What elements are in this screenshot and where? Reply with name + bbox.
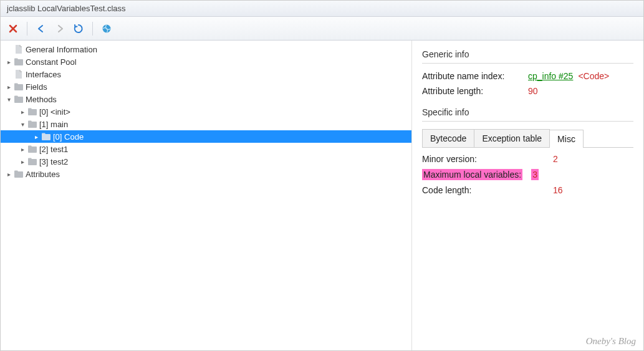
tree-item-label: [0] <init> xyxy=(39,107,70,117)
tree-item-label: [0] Code xyxy=(53,132,84,142)
divider xyxy=(422,121,633,122)
tree-item-label: Methods xyxy=(26,95,57,104)
tree-constant-pool[interactable]: ▸Constant Pool xyxy=(1,55,411,68)
tree-interfaces[interactable]: ▸Interfaces xyxy=(1,68,411,80)
max-local-vars-value: 3 xyxy=(531,169,539,180)
refresh-icon xyxy=(73,23,84,34)
generic-info-title: Generic info xyxy=(422,49,633,59)
tree-methods[interactable]: ▾Methods xyxy=(1,93,411,105)
chevron-right-icon[interactable]: ▸ xyxy=(32,133,41,140)
attr-name-link[interactable]: cp_info #25 xyxy=(528,71,573,81)
tree-panel[interactable]: ▸General Information▸Constant Pool▸Inter… xyxy=(1,41,412,350)
tree-item-label: Constant Pool xyxy=(26,57,77,67)
close-icon xyxy=(8,24,18,34)
attr-length-label: Attribute length: xyxy=(422,86,528,96)
tab-misc[interactable]: Misc xyxy=(549,130,584,148)
folder-icon xyxy=(13,57,24,66)
specific-info-title: Specific info xyxy=(422,107,633,117)
folder-icon xyxy=(27,157,38,166)
globe-icon xyxy=(102,24,112,34)
tab-exception-table[interactable]: Exception table xyxy=(474,129,550,147)
tree-general-information[interactable]: ▸General Information xyxy=(1,43,411,55)
folder-icon xyxy=(13,95,24,103)
folder-icon xyxy=(13,82,24,91)
attr-name-tag: <Code> xyxy=(578,71,609,81)
back-button[interactable] xyxy=(34,21,49,36)
folder-icon xyxy=(13,170,24,178)
chevron-right-icon[interactable]: ▸ xyxy=(18,108,27,115)
chevron-right-icon[interactable]: ▸ xyxy=(4,84,13,90)
detail-panel: Generic info Attribute name index: cp_in… xyxy=(412,41,643,350)
chevron-right-icon[interactable]: ▸ xyxy=(4,59,13,65)
attr-name-row: Attribute name index: cp_info #25 <Code> xyxy=(422,71,633,81)
chevron-right-icon[interactable]: ▸ xyxy=(4,171,13,178)
tree-method-1-main-code[interactable]: ▸[0] Code xyxy=(1,130,411,143)
divider xyxy=(422,63,633,64)
folder-icon xyxy=(27,145,38,153)
attr-length-value: 90 xyxy=(528,86,538,96)
folder-icon xyxy=(27,120,38,128)
file-icon xyxy=(13,44,24,54)
minor-version-value: 2 xyxy=(553,154,558,164)
tree-method-3-test2[interactable]: ▸[3] test2 xyxy=(1,155,411,168)
tab-bytecode[interactable]: Bytecode xyxy=(422,129,474,147)
tree-fields[interactable]: ▸Fields xyxy=(1,80,411,93)
tree-item-label: General Information xyxy=(26,45,97,54)
max-local-vars-label: Maximum local variables: xyxy=(422,169,522,180)
tree-method-2-test1[interactable]: ▸[2] test1 xyxy=(1,143,411,155)
tree-item-label: [1] main xyxy=(39,120,68,129)
refresh-button[interactable] xyxy=(71,21,86,36)
toolbar xyxy=(1,17,643,41)
tree-attributes[interactable]: ▸Attributes xyxy=(1,168,411,180)
minor-version-row: Minor version: 2 xyxy=(422,154,633,164)
file-icon xyxy=(13,69,24,79)
toolbar-separator xyxy=(92,22,93,36)
tree-item-label: Interfaces xyxy=(26,70,61,79)
splitter-grip[interactable] xyxy=(412,196,413,221)
attr-name-label: Attribute name index: xyxy=(422,71,528,81)
window-title: jclasslib LocalVariablesTest.class xyxy=(7,4,126,13)
code-length-value: 16 xyxy=(553,185,563,195)
max-local-vars-row: Maximum local variables: 3 xyxy=(422,169,633,180)
forward-button[interactable] xyxy=(52,21,67,36)
code-length-label: Code length: xyxy=(422,185,553,195)
tree-item-label: [3] test2 xyxy=(39,157,68,166)
code-length-row: Code length: 16 xyxy=(422,185,633,195)
globe-button[interactable] xyxy=(99,21,114,36)
chevron-down-icon[interactable]: ▾ xyxy=(18,121,27,128)
minor-version-label: Minor version: xyxy=(422,154,553,164)
chevron-right-icon[interactable]: ▸ xyxy=(18,158,27,165)
chevron-right-icon[interactable]: ▸ xyxy=(18,146,27,153)
tree-item-label: [2] test1 xyxy=(39,145,68,154)
toolbar-separator xyxy=(27,22,27,36)
folder-icon xyxy=(41,132,52,141)
tabs: Bytecode Exception table Misc xyxy=(422,129,633,148)
tree-item-label: Fields xyxy=(26,82,47,92)
folder-icon xyxy=(27,107,38,116)
close-button[interactable] xyxy=(6,21,21,36)
tree-method-1-main[interactable]: ▾[1] main xyxy=(1,118,411,130)
watermark: Oneby's Blog xyxy=(586,336,636,347)
tree-item-label: Attributes xyxy=(26,170,60,179)
forward-arrow-icon xyxy=(55,24,65,34)
main-area: ▸General Information▸Constant Pool▸Inter… xyxy=(1,41,643,350)
chevron-down-icon[interactable]: ▾ xyxy=(4,96,13,103)
attr-length-row: Attribute length: 90 xyxy=(422,86,633,96)
back-arrow-icon xyxy=(36,24,46,34)
tree-method-0-init[interactable]: ▸[0] <init> xyxy=(1,105,411,118)
titlebar: jclasslib LocalVariablesTest.class xyxy=(1,1,643,17)
